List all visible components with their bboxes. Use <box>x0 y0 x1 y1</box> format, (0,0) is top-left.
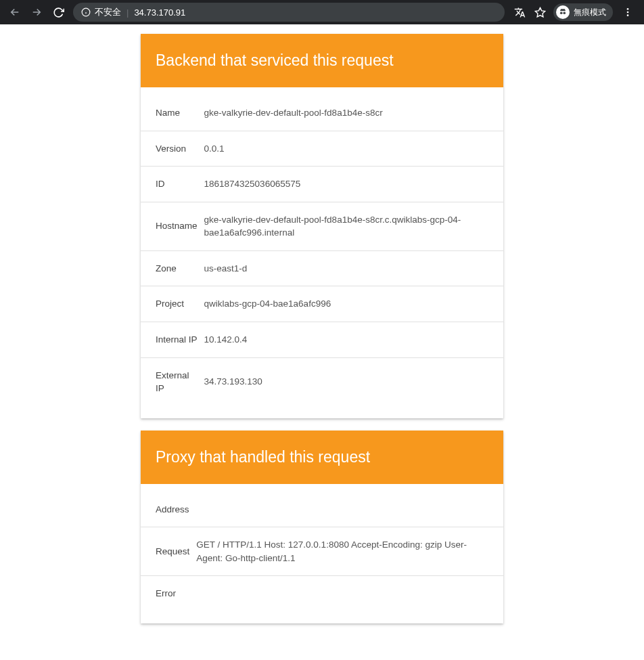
table-row: Hostnamegke-valkyrie-dev-default-pool-fd… <box>141 202 503 250</box>
row-value: GET / HTTP/1.1 Host: 127.0.0.1:8080 Acce… <box>196 527 503 576</box>
table-row: RequestGET / HTTP/1.1 Host: 127.0.0.1:80… <box>141 527 503 576</box>
reload-button[interactable] <box>49 3 68 22</box>
forward-button[interactable] <box>27 3 46 22</box>
star-icon <box>534 7 546 18</box>
svg-point-6 <box>627 8 629 10</box>
row-value: 10.142.0.4 <box>204 322 503 357</box>
incognito-badge[interactable]: 無痕模式 <box>553 3 613 21</box>
row-value: 1861874325036065575 <box>204 167 503 202</box>
row-value: qwiklabs-gcp-04-bae1a6afc996 <box>204 286 503 322</box>
backend-table: Namegke-valkyrie-dev-default-pool-fd8a1b… <box>141 95 503 406</box>
svg-marker-3 <box>535 7 545 16</box>
backend-card-title: Backend that serviced this request <box>141 34 503 87</box>
row-label: ID <box>141 167 204 202</box>
proxy-card: Proxy that handled this request Address … <box>141 431 503 623</box>
row-value: us-east1-d <box>204 250 503 286</box>
table-row: Namegke-valkyrie-dev-default-pool-fd8a1b… <box>141 95 503 131</box>
table-row: Address <box>141 492 503 527</box>
row-label: Name <box>141 95 204 131</box>
arrow-left-icon <box>9 6 21 18</box>
svg-point-4 <box>560 12 563 14</box>
dots-vertical-icon <box>622 7 633 18</box>
row-label: Zone <box>141 250 204 286</box>
table-row: Projectqwiklabs-gcp-04-bae1a6afc996 <box>141 286 503 322</box>
row-label: Version <box>141 131 204 167</box>
row-value <box>196 576 503 611</box>
row-value: 0.0.1 <box>204 131 503 167</box>
proxy-card-body: Address RequestGET / HTTP/1.1 Host: 127.… <box>141 484 503 623</box>
row-value: gke-valkyrie-dev-default-pool-fd8a1b4e-s… <box>204 202 503 250</box>
table-row: ID1861874325036065575 <box>141 167 503 202</box>
translate-button[interactable] <box>513 5 526 19</box>
menu-button[interactable] <box>620 7 636 18</box>
row-label: Request <box>141 527 196 576</box>
nav-buttons <box>5 3 68 22</box>
security-badge[interactable]: 不安全 <box>81 6 121 18</box>
browser-toolbar: 不安全 | 34.73.170.91 無痕模式 <box>0 0 644 24</box>
security-text: 不安全 <box>95 6 121 18</box>
table-row: Version0.0.1 <box>141 131 503 167</box>
svg-point-7 <box>627 12 629 14</box>
back-button[interactable] <box>5 3 24 22</box>
svg-point-8 <box>627 14 629 16</box>
row-value <box>196 492 503 527</box>
reload-icon <box>53 7 64 18</box>
address-bar[interactable]: 不安全 | 34.73.170.91 <box>73 3 505 22</box>
info-icon <box>81 7 91 17</box>
incognito-label: 無痕模式 <box>574 7 606 18</box>
table-row: Error <box>141 576 503 611</box>
arrow-right-icon <box>30 6 43 18</box>
backend-card: Backend that serviced this request Nameg… <box>141 34 503 418</box>
page-content: Backend that serviced this request Nameg… <box>0 24 644 660</box>
row-label: Error <box>141 576 196 611</box>
row-label: Address <box>141 492 196 527</box>
row-label: Project <box>141 286 204 322</box>
browser-actions: 無痕模式 <box>510 3 639 21</box>
url-text: 34.73.170.91 <box>134 7 185 18</box>
separator: | <box>127 7 129 18</box>
translate-icon <box>514 7 526 18</box>
row-value: gke-valkyrie-dev-default-pool-fd8a1b4e-s… <box>204 95 503 131</box>
proxy-table: Address RequestGET / HTTP/1.1 Host: 127.… <box>141 492 503 611</box>
bookmark-button[interactable] <box>533 5 547 19</box>
table-row: External IP34.73.193.130 <box>141 357 503 406</box>
svg-point-5 <box>564 12 566 14</box>
table-row: Internal IP10.142.0.4 <box>141 322 503 357</box>
row-label: Hostname <box>141 202 204 250</box>
backend-card-body: Namegke-valkyrie-dev-default-pool-fd8a1b… <box>141 87 503 418</box>
incognito-icon <box>556 5 570 19</box>
row-label: External IP <box>141 357 204 406</box>
row-value: 34.73.193.130 <box>204 357 503 406</box>
table-row: Zoneus-east1-d <box>141 250 503 286</box>
row-label: Internal IP <box>141 322 204 357</box>
proxy-card-title: Proxy that handled this request <box>141 431 503 484</box>
